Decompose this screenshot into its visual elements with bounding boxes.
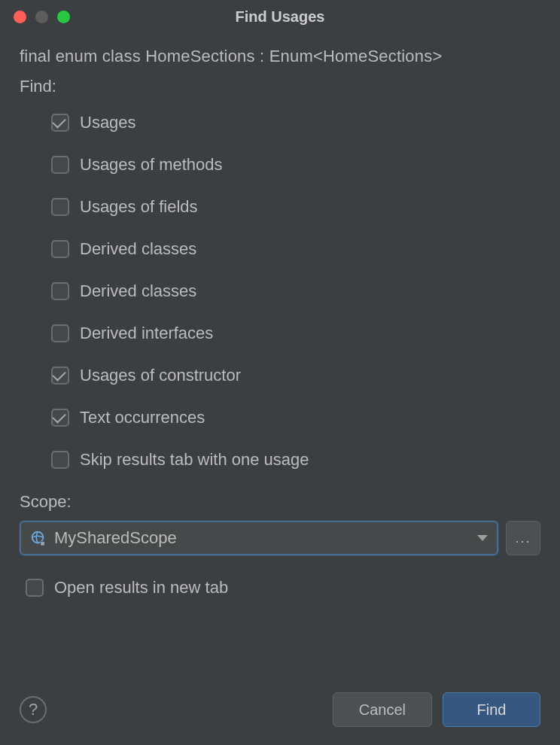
option-text-occurrences[interactable]: Text occurrences: [51, 408, 540, 427]
option-usages-of-methods[interactable]: Usages of methods: [51, 155, 540, 175]
checkbox[interactable]: [51, 282, 69, 300]
checkbox[interactable]: [51, 198, 69, 216]
checkbox-label: Derived classes: [80, 239, 196, 259]
open-new-tab-option[interactable]: Open results in new tab: [20, 578, 540, 598]
shared-scope-icon: [30, 530, 47, 546]
option-derived-interfaces[interactable]: Derived interfaces: [51, 324, 540, 343]
checkbox-label: Usages of constructor: [80, 366, 241, 385]
option-usages[interactable]: Usages: [51, 113, 540, 132]
find-button[interactable]: Find: [443, 692, 540, 727]
checkbox-label: Skip results tab with one usage: [80, 450, 309, 470]
checkbox-label: Usages of methods: [80, 155, 223, 175]
checkbox[interactable]: [51, 451, 69, 469]
find-options-list: Usages Usages of methods Usages of field…: [20, 113, 540, 470]
scope-browse-button[interactable]: ...: [506, 521, 540, 555]
option-derived-classes-2[interactable]: Derived classes: [51, 281, 540, 301]
titlebar: Find Usages: [0, 0, 560, 33]
window-controls: [14, 11, 70, 23]
checkbox-label: Open results in new tab: [54, 578, 228, 598]
checkbox[interactable]: [51, 240, 69, 258]
checkbox-label: Usages: [80, 113, 136, 132]
checkbox-label: Usages of fields: [80, 197, 198, 217]
dialog-title: Find Usages: [12, 8, 548, 26]
option-usages-of-fields[interactable]: Usages of fields: [51, 197, 540, 217]
option-derived-classes[interactable]: Derived classes: [51, 239, 540, 259]
maximize-window-button[interactable]: [57, 11, 70, 23]
help-button[interactable]: ?: [20, 696, 47, 723]
scope-label: Scope:: [20, 492, 540, 512]
option-skip-results-tab[interactable]: Skip results tab with one usage: [51, 450, 540, 470]
minimize-window-button[interactable]: [35, 11, 48, 23]
checkbox[interactable]: [26, 579, 44, 597]
option-usages-of-constructor[interactable]: Usages of constructor: [51, 366, 540, 385]
dialog-content: final enum class HomeSections : Enum<Hom…: [0, 33, 560, 598]
checkbox[interactable]: [51, 114, 69, 132]
checkbox[interactable]: [51, 409, 69, 427]
checkbox[interactable]: [51, 156, 69, 174]
scope-section: Scope: MySharedScope ...: [20, 492, 540, 555]
find-section-label: Find:: [20, 77, 540, 96]
dialog-footer: ? Cancel Find: [20, 692, 540, 727]
close-window-button[interactable]: [14, 11, 26, 23]
scope-dropdown[interactable]: MySharedScope: [20, 521, 498, 555]
scope-value: MySharedScope: [54, 528, 477, 548]
checkbox[interactable]: [51, 366, 69, 385]
chevron-down-icon: [477, 535, 488, 541]
scope-row: MySharedScope ...: [20, 521, 540, 555]
checkbox-label: Derived interfaces: [80, 324, 213, 343]
checkbox[interactable]: [51, 324, 69, 342]
cancel-button[interactable]: Cancel: [333, 692, 432, 727]
footer-buttons: Cancel Find: [333, 692, 540, 727]
checkbox-label: Derived classes: [80, 281, 196, 301]
class-signature: final enum class HomeSections : Enum<Hom…: [20, 47, 540, 66]
checkbox-label: Text occurrences: [80, 408, 205, 427]
